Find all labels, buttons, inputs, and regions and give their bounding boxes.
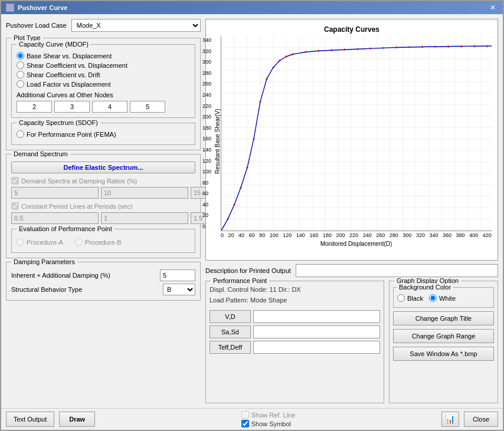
fema-label: For Performance Point (FEMA) (27, 131, 116, 138)
node-input-4[interactable] (130, 101, 165, 113)
perf-label-teff: Teff,Deff (210, 341, 251, 354)
change-graph-range-btn[interactable]: Change Graph Range (393, 329, 494, 343)
proc-a-radio (17, 238, 24, 246)
performance-point-panel: Performance Point Displ. Control Node: 1… (205, 281, 384, 403)
shear-coeff-disp-label: Shear Coefficient vs. Displacement (27, 62, 127, 69)
show-symbol-checkbox[interactable] (241, 420, 249, 427)
struct-type-select[interactable]: B A C (163, 284, 195, 295)
save-window-btn[interactable]: Save Window As *.bmp (393, 347, 494, 361)
capacity-curve-mdof-group: Capacity Curve (MDOF) Base Shear vs. Dis… (11, 44, 195, 118)
inherent-label: Inherent + Additional Damping (%) (11, 272, 155, 279)
description-label: Description for Printed Output (205, 267, 291, 274)
base-shear-label: Base Shear vs. Displacement (27, 52, 112, 60)
chart-icon-btn[interactable]: 📊 (441, 412, 459, 427)
svg-marker-46 (292, 53, 294, 55)
load-factor-label: Load Factor vs Displacement (27, 81, 110, 88)
perf-value-sasd (253, 325, 380, 338)
footer-checks: Show Ref. Line Show Symbol (241, 411, 296, 427)
perf-row-sasd: Sa,Sd (210, 325, 380, 338)
svg-marker-51 (356, 48, 359, 50)
text-output-btn[interactable]: Text Output (6, 412, 54, 427)
plot-type-group: Plot Type Capacity Curve (MDOF) Base She… (6, 38, 201, 150)
svg-marker-48 (318, 50, 320, 52)
left-panel: Pushover Load Case Mode_X Mode_Y Plot Ty… (6, 19, 201, 403)
bg-white-radio[interactable] (429, 294, 437, 302)
define-elastic-btn[interactable]: Define Elastic Spectrum... (11, 162, 195, 173)
svg-marker-38 (240, 186, 242, 189)
perf-value-teff (253, 341, 380, 354)
svg-marker-41 (259, 101, 261, 103)
load-factor-radio[interactable] (17, 80, 24, 88)
bg-black-label: Black (407, 295, 423, 302)
capacity-spectrum-sdof-title: Capacity Spectrum (SDOF) (17, 119, 100, 126)
close-btn[interactable]: Close (464, 412, 498, 427)
pushover-load-case-select[interactable]: Mode_X Mode_Y (71, 19, 201, 32)
perf-label-vd: V,D (210, 310, 251, 323)
svg-marker-39 (246, 166, 248, 169)
svg-marker-53 (382, 47, 385, 49)
node-input-1[interactable] (17, 101, 52, 113)
constant-period-label: Constant Period Lines at Periods (sec) (21, 203, 132, 210)
y-axis-label: Resultant Base Shear(V) (212, 36, 221, 247)
shear-coeff-drift-radio[interactable] (17, 71, 24, 78)
demand-spectra-label: Demand Spectra at Damping Ratios (%) (21, 177, 137, 185)
right-panel: Capacity Curves Resultant Base Shear(V) … (205, 19, 498, 403)
svg-marker-60 (473, 45, 476, 48)
footer: Text Output Draw Show Ref. Line Show Sym… (1, 408, 503, 430)
window-icon (6, 4, 14, 12)
chart-title: Capacity Curves (212, 25, 492, 34)
period-1 (11, 212, 99, 224)
perf-label-sasd: Sa,Sd (210, 325, 251, 338)
damping-ratio-2 (101, 187, 188, 199)
node-input-2[interactable] (54, 101, 90, 113)
performance-point-title: Performance Point (211, 277, 269, 284)
svg-marker-52 (369, 47, 372, 50)
svg-marker-49 (330, 49, 333, 51)
bg-color-title: Background Color (397, 284, 453, 291)
description-input[interactable] (296, 264, 498, 277)
node-input-3[interactable] (92, 101, 127, 113)
bg-white-label: White (439, 295, 456, 302)
period-2 (101, 212, 188, 224)
chart-svg (221, 36, 492, 231)
perf-row-vd: V,D (210, 310, 380, 323)
svg-marker-55 (408, 46, 411, 48)
struct-type-label: Structural Behavior Type (11, 286, 158, 293)
damping-ratio-1 (11, 187, 99, 199)
svg-marker-50 (343, 48, 346, 51)
base-shear-radio[interactable] (17, 52, 24, 60)
svg-marker-59 (460, 45, 463, 48)
eval-perf-title: Evaluation of Performance Point (17, 225, 114, 232)
chart-plot: 0 20 40 60 80 100 120 140 160 180 200 (221, 36, 492, 231)
window-title: Pushover Curve (18, 4, 67, 11)
proc-b-label: Procedure-B (85, 239, 122, 246)
title-bar: Pushover Curve ✕ (1, 1, 503, 14)
perf-value-vd (253, 310, 380, 323)
draw-btn[interactable]: Draw (59, 412, 95, 427)
eval-perf-group: Evaluation of Performance Point Procedur… (11, 229, 195, 253)
shear-coeff-disp-radio[interactable] (17, 61, 24, 69)
additional-curves-label: Additional Curves at Other Nodes (17, 91, 113, 98)
inherent-value[interactable] (160, 269, 195, 281)
change-graph-title-btn[interactable]: Change Graph Title (393, 311, 494, 325)
svg-marker-47 (305, 51, 307, 53)
damping-group: Damping Parameters Inherent + Additional… (6, 262, 201, 301)
window-close-icon[interactable]: ✕ (487, 4, 498, 12)
description-row: Description for Printed Output (205, 264, 498, 277)
svg-marker-61 (486, 45, 489, 47)
main-window: Pushover Curve ✕ Pushover Load Case Mode… (0, 0, 504, 431)
perf-row-teff: Teff,Deff (210, 341, 380, 354)
pushover-load-case-label: Pushover Load Case (6, 22, 67, 29)
shear-coeff-drift-label: Shear Coefficient vs. Drift (27, 71, 100, 78)
svg-marker-56 (421, 46, 424, 48)
show-symbol-label: Show Symbol (251, 420, 291, 427)
fema-radio[interactable] (17, 130, 24, 138)
demand-spectrum-title: Demand Spectrum (11, 150, 70, 157)
proc-a-label: Procedure-A (27, 239, 63, 246)
load-pattern-label: Load Pattern: Mode Shape (210, 295, 380, 306)
capacity-curve-mdof-title: Capacity Curve (MDOF) (17, 41, 91, 48)
bg-black-radio[interactable] (397, 294, 405, 302)
show-ref-checkbox (241, 411, 249, 419)
capacity-spectrum-sdof-group: Capacity Spectrum (SDOF) For Performance… (11, 123, 195, 145)
demand-spectrum-group: Demand Spectrum Define Elastic Spectrum.… (6, 154, 201, 258)
